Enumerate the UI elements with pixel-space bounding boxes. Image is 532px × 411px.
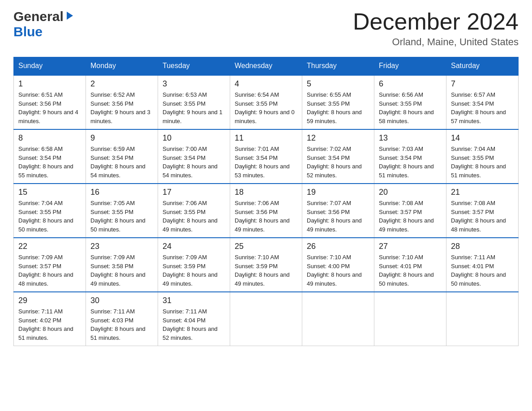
calendar-cell: 14 Sunrise: 7:04 AM Sunset: 3:55 PM Dayl… — [446, 129, 519, 184]
day-number: 8 — [18, 133, 81, 143]
calendar-week-row: 15 Sunrise: 7:04 AM Sunset: 3:55 PM Dayl… — [14, 184, 519, 238]
calendar-cell: 27 Sunrise: 7:10 AM Sunset: 4:01 PM Dayl… — [374, 238, 446, 292]
calendar-cell: 1 Sunrise: 6:51 AM Sunset: 3:56 PM Dayli… — [14, 75, 86, 130]
day-info: Sunrise: 7:10 AM Sunset: 3:59 PM Dayligh… — [235, 253, 297, 288]
calendar-cell: 21 Sunrise: 7:08 AM Sunset: 3:57 PM Dayl… — [446, 184, 519, 238]
calendar-cell: 22 Sunrise: 7:09 AM Sunset: 3:57 PM Dayl… — [14, 238, 86, 292]
day-number: 3 — [163, 79, 225, 89]
weekday-header-friday: Friday — [374, 57, 446, 75]
calendar-cell — [446, 292, 519, 346]
day-number: 20 — [379, 188, 442, 197]
calendar-cell — [374, 292, 446, 346]
day-info: Sunrise: 7:03 AM Sunset: 3:54 PM Dayligh… — [379, 145, 442, 180]
day-number: 17 — [163, 188, 225, 197]
day-info: Sunrise: 6:54 AM Sunset: 3:55 PM Dayligh… — [235, 90, 297, 125]
location-text: Orland, Maine, United States — [353, 36, 519, 48]
calendar-cell: 7 Sunrise: 6:57 AM Sunset: 3:54 PM Dayli… — [446, 75, 519, 130]
calendar-cell: 24 Sunrise: 7:09 AM Sunset: 3:59 PM Dayl… — [158, 238, 230, 292]
day-info: Sunrise: 7:09 AM Sunset: 3:58 PM Dayligh… — [90, 253, 153, 288]
day-info: Sunrise: 7:11 AM Sunset: 4:02 PM Dayligh… — [18, 307, 81, 342]
weekday-header-thursday: Thursday — [302, 57, 374, 75]
calendar-cell: 16 Sunrise: 7:05 AM Sunset: 3:55 PM Dayl… — [86, 184, 158, 238]
day-number: 9 — [90, 133, 153, 143]
day-number: 27 — [379, 242, 442, 251]
day-info: Sunrise: 6:58 AM Sunset: 3:54 PM Dayligh… — [18, 145, 81, 180]
calendar-cell: 9 Sunrise: 6:59 AM Sunset: 3:54 PM Dayli… — [86, 129, 158, 184]
day-info: Sunrise: 6:52 AM Sunset: 3:56 PM Dayligh… — [90, 90, 153, 125]
day-info: Sunrise: 7:08 AM Sunset: 3:57 PM Dayligh… — [379, 199, 442, 234]
calendar-table: SundayMondayTuesdayWednesdayThursdayFrid… — [13, 57, 519, 346]
day-number: 4 — [235, 79, 297, 89]
day-number: 28 — [451, 242, 514, 251]
calendar-cell: 17 Sunrise: 7:06 AM Sunset: 3:55 PM Dayl… — [158, 184, 230, 238]
month-title: December 2024 — [353, 9, 519, 34]
page-header: General Blue December 2024 Orland, Maine… — [13, 9, 519, 48]
day-info: Sunrise: 6:56 AM Sunset: 3:55 PM Dayligh… — [379, 90, 442, 125]
day-number: 30 — [90, 296, 153, 305]
weekday-header-sunday: Sunday — [14, 57, 86, 75]
day-number: 14 — [451, 133, 514, 143]
calendar-cell: 18 Sunrise: 7:06 AM Sunset: 3:56 PM Dayl… — [230, 184, 302, 238]
calendar-cell: 3 Sunrise: 6:53 AM Sunset: 3:55 PM Dayli… — [158, 75, 230, 130]
weekday-header-wednesday: Wednesday — [230, 57, 302, 75]
calendar-cell: 29 Sunrise: 7:11 AM Sunset: 4:02 PM Dayl… — [14, 292, 86, 346]
calendar-cell — [230, 292, 302, 346]
day-info: Sunrise: 7:11 AM Sunset: 4:04 PM Dayligh… — [163, 307, 225, 342]
day-info: Sunrise: 6:55 AM Sunset: 3:55 PM Dayligh… — [307, 90, 369, 125]
day-info: Sunrise: 7:06 AM Sunset: 3:56 PM Dayligh… — [235, 199, 297, 234]
logo-general-text: General — [13, 9, 64, 24]
day-info: Sunrise: 7:01 AM Sunset: 3:54 PM Dayligh… — [235, 145, 297, 180]
day-info: Sunrise: 7:02 AM Sunset: 3:54 PM Dayligh… — [307, 145, 369, 180]
day-info: Sunrise: 7:04 AM Sunset: 3:55 PM Dayligh… — [451, 145, 514, 180]
day-info: Sunrise: 7:11 AM Sunset: 4:03 PM Dayligh… — [90, 307, 153, 342]
day-info: Sunrise: 7:00 AM Sunset: 3:54 PM Dayligh… — [163, 145, 225, 180]
day-info: Sunrise: 7:08 AM Sunset: 3:57 PM Dayligh… — [451, 199, 514, 234]
svg-marker-0 — [67, 12, 73, 20]
calendar-cell: 5 Sunrise: 6:55 AM Sunset: 3:55 PM Dayli… — [302, 75, 374, 130]
calendar-week-row: 29 Sunrise: 7:11 AM Sunset: 4:02 PM Dayl… — [14, 292, 519, 346]
day-number: 5 — [307, 79, 369, 89]
logo: General Blue — [13, 9, 75, 39]
calendar-cell: 19 Sunrise: 7:07 AM Sunset: 3:56 PM Dayl… — [302, 184, 374, 238]
day-number: 7 — [451, 79, 514, 89]
day-info: Sunrise: 7:09 AM Sunset: 3:59 PM Dayligh… — [163, 253, 225, 288]
day-number: 21 — [451, 188, 514, 197]
calendar-cell: 6 Sunrise: 6:56 AM Sunset: 3:55 PM Dayli… — [374, 75, 446, 130]
day-number: 24 — [163, 242, 225, 251]
day-info: Sunrise: 7:10 AM Sunset: 4:01 PM Dayligh… — [379, 253, 442, 288]
day-number: 22 — [18, 242, 81, 251]
day-info: Sunrise: 7:09 AM Sunset: 3:57 PM Dayligh… — [18, 253, 81, 288]
calendar-cell: 12 Sunrise: 7:02 AM Sunset: 3:54 PM Dayl… — [302, 129, 374, 184]
calendar-cell: 30 Sunrise: 7:11 AM Sunset: 4:03 PM Dayl… — [86, 292, 158, 346]
day-info: Sunrise: 7:11 AM Sunset: 4:01 PM Dayligh… — [451, 253, 514, 288]
title-section: December 2024 Orland, Maine, United Stat… — [353, 9, 519, 48]
calendar-cell: 25 Sunrise: 7:10 AM Sunset: 3:59 PM Dayl… — [230, 238, 302, 292]
day-number: 13 — [379, 133, 442, 143]
calendar-cell: 31 Sunrise: 7:11 AM Sunset: 4:04 PM Dayl… — [158, 292, 230, 346]
day-number: 23 — [90, 242, 153, 251]
day-number: 18 — [235, 188, 297, 197]
calendar-cell: 4 Sunrise: 6:54 AM Sunset: 3:55 PM Dayli… — [230, 75, 302, 130]
day-info: Sunrise: 7:06 AM Sunset: 3:55 PM Dayligh… — [163, 199, 225, 234]
calendar-cell — [302, 292, 374, 346]
calendar-week-row: 8 Sunrise: 6:58 AM Sunset: 3:54 PM Dayli… — [14, 129, 519, 184]
calendar-cell: 26 Sunrise: 7:10 AM Sunset: 4:00 PM Dayl… — [302, 238, 374, 292]
calendar-cell: 28 Sunrise: 7:11 AM Sunset: 4:01 PM Dayl… — [446, 238, 519, 292]
day-info: Sunrise: 7:05 AM Sunset: 3:55 PM Dayligh… — [90, 199, 153, 234]
weekday-header-row: SundayMondayTuesdayWednesdayThursdayFrid… — [14, 57, 519, 75]
day-info: Sunrise: 6:51 AM Sunset: 3:56 PM Dayligh… — [18, 90, 81, 125]
day-number: 2 — [90, 79, 153, 89]
day-number: 19 — [307, 188, 369, 197]
day-info: Sunrise: 7:04 AM Sunset: 3:55 PM Dayligh… — [18, 199, 81, 234]
day-number: 6 — [379, 79, 442, 89]
calendar-cell: 13 Sunrise: 7:03 AM Sunset: 3:54 PM Dayl… — [374, 129, 446, 184]
weekday-header-tuesday: Tuesday — [158, 57, 230, 75]
day-info: Sunrise: 6:59 AM Sunset: 3:54 PM Dayligh… — [90, 145, 153, 180]
day-number: 11 — [235, 133, 297, 143]
day-number: 26 — [307, 242, 369, 251]
day-info: Sunrise: 6:53 AM Sunset: 3:55 PM Dayligh… — [163, 90, 225, 125]
day-number: 16 — [90, 188, 153, 197]
day-number: 25 — [235, 242, 297, 251]
day-number: 29 — [18, 296, 81, 305]
day-number: 31 — [163, 296, 225, 305]
